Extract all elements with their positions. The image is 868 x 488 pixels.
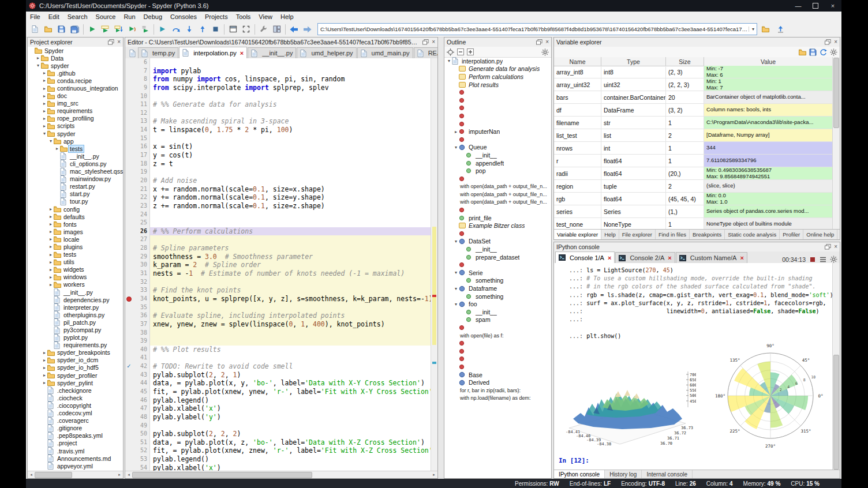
code-line-34[interactable]: 34knot_points, u = splprep([x, y, z], s=… <box>125 295 431 303</box>
code-line-42[interactable]: ✓42# TODO: Rewrite to avoid code smell <box>125 362 431 371</box>
editor-scrollflag[interactable] <box>431 58 437 471</box>
code-line-16[interactable]: 16x = sin(t) <box>125 142 431 151</box>
expand-arrow-icon[interactable]: ▸ <box>48 237 54 242</box>
scroll-left-icon[interactable]: ◂ <box>125 471 132 478</box>
variable-type[interactable]: str <box>601 117 666 129</box>
menu-help[interactable]: Help <box>276 13 298 21</box>
collapse-arrow-icon[interactable]: ▾ <box>453 286 459 291</box>
outline-item[interactable]: with open(file) as f: <box>444 332 551 340</box>
editor-tab-__init__-py[interactable]: __init__.py <box>248 47 296 58</box>
variable-size[interactable]: 20 <box>666 91 704 103</box>
project-tree-item[interactable]: ▾app <box>28 137 123 145</box>
project-tree-item[interactable]: ▸workers <box>28 281 123 288</box>
project-tree-item[interactable]: interpreter.py <box>28 303 123 311</box>
variable-name[interactable]: array_uint32 <box>554 78 601 91</box>
rerun-cell-button[interactable] <box>125 22 139 36</box>
outline-item[interactable]: Example Bitzer class <box>444 222 551 230</box>
outline-item[interactable]: with open(data_path + output_file_n... <box>444 190 551 198</box>
editor-close-icon[interactable]: × <box>432 39 435 45</box>
project-tree-item[interactable]: .pep8speaks.yml <box>28 432 123 440</box>
project-tree-item[interactable]: ▸plugins <box>28 243 123 250</box>
variable-type[interactable]: float64 <box>601 193 666 205</box>
editor-tab-umd_main-py[interactable]: umd_main.py <box>357 47 413 58</box>
run-file-button[interactable] <box>85 22 99 36</box>
code-line-38[interactable]: 38 <box>125 329 431 337</box>
editor-tab-README-md[interactable]: README.md <box>414 47 437 58</box>
code-editor[interactable]: 67import pylab8from numpy import cos, li… <box>125 58 431 471</box>
code-line-9[interactable]: 9from scipy.interpolate import splprep, … <box>125 84 431 92</box>
project-tree-item[interactable]: ▸spyder_io_hdf5 <box>28 364 123 371</box>
code-line-11[interactable]: 11# %% Generate data for analysis <box>125 100 431 109</box>
breakpoint-margin[interactable] <box>125 464 133 471</box>
collapse-arrow-icon[interactable]: ▾ <box>42 131 47 136</box>
variable-value[interactable]: Min: 1 Max: 7 <box>704 78 833 91</box>
code-line-26[interactable]: 26# %% Perform calculations <box>125 227 431 236</box>
save-all-button[interactable] <box>68 22 81 36</box>
code-line-53[interactable]: 53pylab.legend() <box>125 455 431 464</box>
variable-row-region[interactable]: regiontuple2(slice, slice) <box>554 180 833 193</box>
project-tree-item[interactable]: ▸images <box>28 228 123 235</box>
breakpoint-margin[interactable] <box>125 446 133 455</box>
close-tab-icon[interactable]: × <box>608 254 611 261</box>
interrupt-kernel-icon[interactable] <box>809 256 816 263</box>
outline-item[interactable]: Base <box>444 371 551 379</box>
outline-item[interactable] <box>444 104 551 112</box>
variable-row-filename[interactable]: filenamestr1C:\ProgramData\Anaconda3\lib… <box>554 117 833 129</box>
breakpoint-margin[interactable] <box>125 422 133 430</box>
outline-item[interactable] <box>444 175 551 183</box>
collapse-arrow-icon[interactable]: ▾ <box>35 63 41 68</box>
variable-size[interactable]: 1 <box>666 155 704 167</box>
code-line-7[interactable]: 7import pylab <box>125 67 431 76</box>
variable-type[interactable]: NoneType <box>601 218 666 230</box>
project-tree-item[interactable]: ▸locale <box>28 235 123 243</box>
code-line-36[interactable]: 36# Evaluate spline, including interpola… <box>125 311 431 320</box>
code-line-30[interactable]: 30k_param = 2 # Spline order <box>125 261 431 269</box>
breakpoint-margin[interactable] <box>125 109 133 118</box>
breakpoint-margin[interactable]: ✓ <box>125 362 133 371</box>
variable-name[interactable]: test_none <box>554 218 601 230</box>
variable-type[interactable]: list <box>601 129 666 141</box>
code-line-8[interactable]: 8from numpy import cos, linspace, pi, si… <box>125 75 431 84</box>
variable-name[interactable]: r <box>554 155 601 167</box>
variable-type[interactable]: container.BarContainer <box>601 91 666 103</box>
variable-size[interactable]: (3, 2) <box>666 104 704 116</box>
project-tree-item[interactable]: cli_options.py <box>28 160 123 167</box>
code-line-17[interactable]: 17y = cos(t) <box>125 151 431 160</box>
breakpoint-margin[interactable] <box>125 126 133 134</box>
collapse-all-icon[interactable] <box>457 48 464 55</box>
column-header-value[interactable]: Value <box>704 57 833 66</box>
breakpoint-margin[interactable] <box>125 211 133 219</box>
ipython-console-undock-icon[interactable] <box>825 244 831 250</box>
breakpoint-margin[interactable] <box>125 151 133 160</box>
breakpoint-margin[interactable] <box>125 177 133 185</box>
variable-size[interactable]: (20,) <box>666 167 704 179</box>
breakpoint-margin[interactable] <box>125 295 133 303</box>
editor-tab-interpolation-py[interactable]: interpolation.py× <box>179 47 247 58</box>
variable-value[interactable]: Series object of pandas.core.series mod.… <box>704 205 833 217</box>
variable-value[interactable]: C:\ProgramData\Anaconda3\lib\site-packa.… <box>704 117 833 129</box>
collapse-arrow-icon[interactable]: ▾ <box>446 58 452 63</box>
project-tree-item[interactable]: requirements.py <box>28 341 123 349</box>
project-tree-item[interactable]: ▸doc <box>28 92 123 100</box>
outline-item[interactable]: Generate data for analysis <box>444 65 551 73</box>
project-tree-item[interactable]: pil_patch.py <box>28 318 123 326</box>
code-line-19[interactable]: 19 <box>125 168 431 177</box>
variable-row-array_int8[interactable]: array_int8int8(2, 3)Min: -7 Max: 6 <box>554 66 833 78</box>
options-menu-icon[interactable] <box>541 48 549 56</box>
variable-size[interactable]: (2, 2, 3) <box>666 78 704 91</box>
expand-arrow-icon[interactable]: ▸ <box>42 86 47 91</box>
expand-arrow-icon[interactable]: ▸ <box>48 252 54 257</box>
variable-explorer-close-icon[interactable]: × <box>834 39 837 45</box>
outline-item[interactable]: ▸imputerNan <box>444 127 551 136</box>
code-line-29[interactable]: 29smoothness = 3.0 # Smoothness paramete… <box>125 253 431 261</box>
project-tree-item[interactable]: ▾spyder <box>28 62 123 69</box>
tab-breakpoints[interactable]: Breakpoints <box>690 230 725 239</box>
project-tree-item[interactable]: otherplugins.py <box>28 311 123 318</box>
outline-item[interactable]: appendleft <box>444 159 551 167</box>
project-tree-item[interactable]: tour.py <box>28 198 123 205</box>
variable-name[interactable]: nrows <box>554 142 601 154</box>
save-file-button[interactable] <box>55 22 68 36</box>
outline-item[interactable] <box>444 261 551 269</box>
variable-value[interactable]: NoneType object of builtins module <box>704 218 833 230</box>
scroll-right-icon[interactable]: ▸ <box>431 471 437 478</box>
